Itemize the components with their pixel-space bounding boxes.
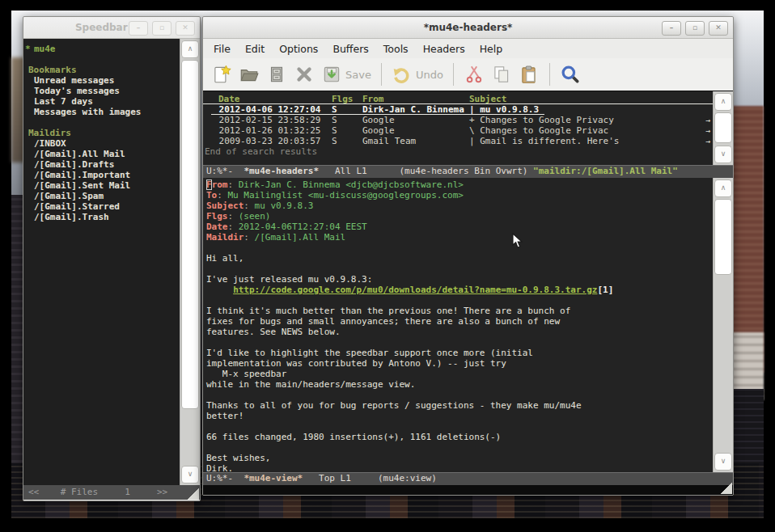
speedbar-item[interactable]: /[Gmail].Starred: [23, 201, 180, 212]
cut-icon[interactable]: [464, 64, 485, 85]
dired-icon[interactable]: [266, 64, 287, 85]
blank-line: [23, 54, 180, 65]
speedbar-heading-label: Bookmarks: [28, 65, 77, 75]
menu-options[interactable]: Options: [272, 41, 325, 57]
header-subject: | Gmail is different. Here's: [469, 136, 713, 146]
end-of-results-text: End of search results: [203, 146, 713, 157]
close-buffer-icon[interactable]: [294, 64, 315, 85]
echo-area[interactable]: [203, 485, 733, 495]
speedbar-item[interactable]: Last 7 days: [23, 96, 180, 107]
speedbar-item[interactable]: Messages with images: [23, 107, 180, 117]
view-modeline: U:%*- *mu4e-view* Top L1 (mu4e:view): [203, 472, 733, 485]
modeline-position: Top L1: [319, 473, 351, 483]
toolbar: SaveUndo: [203, 58, 733, 91]
toolbar-separator: [381, 63, 382, 86]
resize-grip[interactable]: [186, 487, 199, 500]
maximize-icon[interactable]: ▫: [685, 21, 705, 36]
speedbar-section-heading[interactable]: Bookmarks: [23, 65, 180, 75]
body-line: Best wishes,: [206, 453, 713, 463]
header-row[interactable]: 2012-04-06 12:27:04SDirk-Jan C. Binnema|…: [203, 104, 713, 115]
paste-icon[interactable]: [519, 64, 540, 85]
field-value: Dirk-Jan C. Binnema <djcb@djcbsoftware.n…: [239, 179, 464, 190]
field-name: Flgs: [206, 211, 228, 222]
speedbar-item[interactable]: /INBOX: [23, 138, 180, 149]
headers-scrollbar[interactable]: ∧ ∨: [713, 91, 733, 165]
speedbar-item-label: /INBOX: [34, 138, 66, 149]
close-icon[interactable]: ✕: [709, 21, 728, 36]
modeline-flags: U:%*-: [206, 473, 233, 483]
body-link-line: http://code.google.com/p/mu0/downloads/d…: [206, 285, 713, 295]
open-folder-icon[interactable]: [239, 64, 260, 85]
speedbar-item-label: Messages with images: [34, 107, 141, 117]
speedbar-section-heading[interactable]: Maildirs: [23, 128, 180, 138]
scroll-down-icon[interactable]: ∨: [714, 146, 732, 163]
resize-grip[interactable]: [719, 481, 732, 494]
speedbar-item[interactable]: /[Gmail].Important: [23, 170, 180, 180]
scrollbar-thumb[interactable]: [714, 199, 732, 275]
body-line: 66 files changed, 1980 insertions(+), 11…: [206, 432, 713, 442]
speedbar-item[interactable]: Unread messages: [23, 75, 180, 86]
menu-tools[interactable]: Tools: [376, 41, 416, 57]
header-subject: + Changes to Google Privacy: [469, 115, 713, 125]
header-date: 2012-04-06 12:27:04: [214, 104, 332, 115]
body-line: Dirk.: [206, 463, 713, 472]
header-from: Dirk-Jan C. Binnema: [362, 104, 469, 115]
scroll-down-icon[interactable]: ∨: [714, 453, 732, 471]
copy-icon[interactable]: [491, 64, 512, 85]
scroll-up-icon[interactable]: ∧: [714, 179, 732, 197]
menu-edit[interactable]: Edit: [238, 41, 272, 57]
speedbar-item[interactable]: /[Gmail].Sent Mail: [23, 180, 180, 191]
menu-help[interactable]: Help: [472, 41, 510, 57]
speedbar-item-label: /[Gmail].All Mail: [34, 149, 125, 159]
header-date: 2009-03-23 20:03:57: [214, 136, 332, 146]
search-icon[interactable]: [560, 64, 581, 85]
message-scrollbar[interactable]: ∧ ∨: [713, 178, 733, 472]
menu-headers[interactable]: Headers: [416, 41, 472, 57]
header-row[interactable]: 2012-02-15 23:58:29SGoogle+ Changes to G…: [203, 115, 713, 125]
body-line: Hi all,: [206, 253, 713, 264]
field-name: From: [206, 179, 228, 190]
field-value: 2012-04-06T12:27:04 EEST: [239, 222, 367, 232]
text-cursor: F: [206, 179, 212, 190]
speedbar-item[interactable]: /[Gmail].Trash: [23, 212, 180, 222]
save-icon[interactable]: [321, 64, 342, 85]
speedbar-item[interactable]: Today's messages: [23, 86, 180, 96]
speedbar-item-label: /[Gmail].Drafts: [34, 159, 114, 170]
field-colon: :: [228, 179, 239, 190]
undo-icon[interactable]: [392, 64, 413, 85]
header-row[interactable]: 2012-01-26 01:32:25SGoogle\ Changes to G…: [203, 125, 713, 136]
speedbar-item[interactable]: /[Gmail].All Mail: [23, 149, 180, 159]
continuation-arrow-icon: →: [705, 136, 710, 146]
field-value: Mu Mailinglist <mu-discuss@googlegroups.…: [228, 190, 464, 201]
speedbar-item[interactable]: /[Gmail].Drafts: [23, 159, 180, 170]
speedbar-expander-icon[interactable]: *: [25, 44, 31, 54]
scrollbar-thumb[interactable]: [714, 112, 732, 143]
scroll-up-icon[interactable]: ∧: [714, 93, 732, 111]
body-line: I'd like to highlight the speedbar suppo…: [206, 348, 713, 358]
header-row[interactable]: 2009-03-23 20:03:57SGmail Team| Gmail is…: [203, 136, 713, 146]
speedbar-window: Speedbar 1.0 – ▫ ✕ *mu4e BookmarksUnread…: [23, 16, 201, 501]
speedbar-item-label: /[Gmail].Trash: [34, 212, 109, 222]
scrollbar-thumb[interactable]: [181, 60, 199, 409]
close-icon[interactable]: ✕: [176, 21, 195, 36]
field-colon: :: [244, 232, 254, 243]
headers-modeline: U:%*- *mu4e-headers* All L1 (mu4e-header…: [203, 165, 733, 178]
speedbar-heading-label: Maildirs: [28, 128, 71, 138]
minimize-icon[interactable]: –: [662, 21, 681, 36]
menu-file[interactable]: File: [206, 41, 238, 57]
new-file-icon[interactable]: [211, 64, 232, 85]
speedbar-scrollbar[interactable]: ∧ ∨: [180, 39, 200, 485]
scroll-up-icon[interactable]: ∧: [181, 40, 199, 58]
maximize-icon[interactable]: ▫: [152, 21, 172, 36]
speedbar-item[interactable]: /[Gmail].Spam: [23, 191, 180, 201]
modeline-modes: (mu4e:view): [378, 473, 437, 483]
scroll-down-icon[interactable]: ∨: [181, 466, 199, 483]
menu-buffers[interactable]: Buffers: [325, 41, 375, 57]
speedbar-root-item[interactable]: *mu4e: [23, 44, 180, 54]
emacs-titlebar[interactable]: *mu4e-headers* – ▫ ✕: [203, 17, 733, 39]
minimize-icon[interactable]: –: [129, 21, 148, 36]
speedbar-titlebar[interactable]: Speedbar 1.0 – ▫ ✕: [23, 17, 200, 39]
body-line: I think it's much better than the previo…: [206, 306, 713, 316]
body-line: I've just released mu v0.9.8.3:: [206, 274, 713, 285]
download-link[interactable]: http://code.google.com/p/mu0/downloads/d…: [233, 285, 597, 295]
